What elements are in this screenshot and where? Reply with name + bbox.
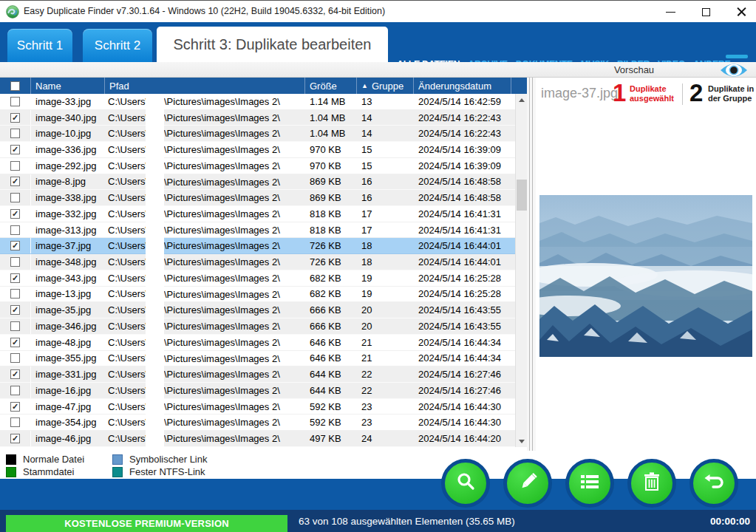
checkbox-unchecked-icon[interactable] <box>10 193 20 202</box>
group-number-cell: 19 <box>357 270 414 286</box>
checkbox-unchecked-icon[interactable] <box>10 417 20 427</box>
panel-splitter[interactable] <box>527 78 536 451</box>
table-row[interactable]: image-355.jpgC:\Users\\Pictures\images\I… <box>0 351 527 367</box>
table-row[interactable]: image-336.jpgC:\Users\\Pictures\images\I… <box>0 142 527 158</box>
path-prefix: C:\Users\ <box>108 273 148 284</box>
modified-date-cell: 2024/5/14 16:44:30 <box>414 399 511 415</box>
file-size-cell: 1.04 MB <box>305 110 357 126</box>
maximize-button[interactable] <box>689 1 722 23</box>
group-number-cell: 22 <box>357 366 414 382</box>
table-row[interactable]: image-292.jpgC:\Users\\Pictures\images\I… <box>0 158 527 174</box>
table-row[interactable]: image-13.jpgC:\Users\\Pictures\images\Im… <box>0 287 527 303</box>
scroll-up-button[interactable] <box>516 94 528 106</box>
file-path-cell: C:\Users\\Pictures\images\Images 2\ <box>105 126 305 141</box>
table-row[interactable]: image-37.jpgC:\Users\\Pictures\images\Im… <box>0 238 527 254</box>
checkbox-unchecked-icon[interactable] <box>10 225 20 235</box>
eye-icon[interactable] <box>720 63 748 78</box>
checkbox-unchecked-icon[interactable] <box>10 129 20 138</box>
checkbox-checked-icon[interactable] <box>10 402 20 412</box>
group-number-cell: 21 <box>357 351 414 366</box>
file-path-cell: C:\Users\\Pictures\images\Images 2\ <box>105 431 305 446</box>
list-bullets-icon <box>579 471 601 496</box>
column-header-group[interactable]: ▲ Gruppe <box>357 78 414 94</box>
checkbox-unchecked-icon[interactable] <box>10 161 20 171</box>
select-all-checkbox[interactable] <box>0 78 31 94</box>
checkbox-checked-icon[interactable] <box>10 369 20 379</box>
path-suffix: \Pictures\images\Images 2\ <box>164 335 280 350</box>
file-name-cell: image-46.jpg <box>31 431 105 446</box>
modified-date-cell: 2024/5/14 16:44:20 <box>414 431 511 446</box>
checkbox-checked-icon[interactable] <box>10 241 20 250</box>
checkbox-checked-icon[interactable] <box>10 145 20 154</box>
tab-schritt-1[interactable]: Schritt 1 <box>7 29 72 62</box>
table-row[interactable]: image-338.jpgC:\Users\\Pictures\images\I… <box>0 190 527 206</box>
table-row[interactable]: image-47.jpgC:\Users\\Pictures\images\Im… <box>0 399 527 415</box>
tab-schritt-3-active[interactable]: Schritt 3: Duplikate bearbeiten <box>157 27 388 62</box>
tab-schritt-2[interactable]: Schritt 2 <box>83 29 152 62</box>
table-row[interactable]: image-313.jpgC:\Users\\Pictures\images\I… <box>0 222 527 239</box>
checkbox-checked-icon[interactable] <box>10 177 20 186</box>
file-size-cell: 644 KB <box>305 366 357 382</box>
file-size-cell: 646 KB <box>305 351 357 366</box>
table-row[interactable]: image-48.jpgC:\Users\\Pictures\images\Im… <box>0 335 527 351</box>
close-button[interactable] <box>725 1 756 23</box>
file-path-cell: C:\Users\\Pictures\images\Images 2\ <box>105 238 305 253</box>
table-row[interactable]: image-348.jpgC:\Users\\Pictures\images\I… <box>0 254 527 270</box>
row-checkbox-cell <box>0 366 31 382</box>
checkbox-unchecked-icon[interactable] <box>10 321 20 331</box>
table-row[interactable]: image-10.jpgC:\Users\\Pictures\images\Im… <box>0 126 527 142</box>
column-header-name[interactable]: Name <box>31 78 105 94</box>
checkbox-unchecked-icon[interactable] <box>10 353 20 363</box>
column-header-modified[interactable]: Änderungsdatum <box>414 78 511 94</box>
table-row[interactable]: image-46.jpgC:\Users\\Pictures\images\Im… <box>0 431 527 447</box>
row-checkbox-cell <box>0 335 31 350</box>
checkbox-unchecked-icon[interactable] <box>10 289 20 299</box>
checkbox-unchecked-icon[interactable] <box>10 257 20 267</box>
table-scrollbar[interactable] <box>515 94 527 447</box>
sort-ascending-icon: ▲ <box>361 82 368 89</box>
table-row[interactable]: image-33.jpgC:\Users\\Pictures\images\Im… <box>0 94 527 110</box>
search-button[interactable] <box>441 459 490 508</box>
checkbox-checked-icon[interactable] <box>10 113 20 123</box>
table-row[interactable]: image-8.jpgC:\Users\\Pictures\images\Ima… <box>0 174 527 191</box>
table-row[interactable]: image-346.jpgC:\Users\\Pictures\images\I… <box>0 318 527 335</box>
checkbox-checked-icon[interactable] <box>10 273 20 283</box>
table-row[interactable]: image-343.jpgC:\Users\\Pictures\images\I… <box>0 270 527 287</box>
checkbox-checked-icon[interactable] <box>10 434 20 443</box>
checkbox-checked-icon[interactable] <box>10 305 20 315</box>
row-checkbox-cell <box>0 318 31 334</box>
file-size-cell: 497 KB <box>305 431 357 446</box>
checkbox-unchecked-icon[interactable] <box>10 97 20 106</box>
undo-button[interactable] <box>689 459 738 508</box>
checkbox-unchecked-icon[interactable] <box>10 386 20 395</box>
table-row[interactable]: image-340.jpgC:\Users\\Pictures\images\I… <box>0 110 527 126</box>
file-name-cell: image-355.jpg <box>31 351 105 366</box>
checkbox-checked-icon[interactable] <box>10 209 20 219</box>
premium-version-badge[interactable]: KOSTENLOSE PREMIUM-VERSION <box>6 515 287 532</box>
file-path-cell: C:\Users\\Pictures\images\Images 2\ <box>105 366 305 382</box>
modified-date-cell: 2024/5/14 16:41:31 <box>414 222 511 238</box>
column-header-size[interactable]: Größe <box>305 78 357 94</box>
table-row[interactable]: image-332.jpgC:\Users\\Pictures\images\I… <box>0 206 527 222</box>
minimize-button[interactable] <box>654 1 687 23</box>
delete-button[interactable] <box>627 459 676 508</box>
scroll-down-button[interactable] <box>516 435 528 447</box>
edit-button[interactable] <box>503 459 552 508</box>
list-button[interactable] <box>565 459 614 508</box>
file-name-cell: image-331.jpg <box>31 366 105 382</box>
path-suffix: \Pictures\images\Images 2\ <box>164 318 280 334</box>
path-suffix: \Pictures\images\Images 2\ <box>164 94 280 109</box>
row-checkbox-cell <box>0 158 31 174</box>
checkbox-checked-icon[interactable] <box>10 338 20 347</box>
column-header-path[interactable]: Pfad <box>105 78 305 94</box>
file-path-cell: C:\Users\\Pictures\images\Images 2\ <box>105 287 305 302</box>
table-row[interactable]: image-331.jpgC:\Users\\Pictures\images\I… <box>0 366 527 383</box>
path-prefix: C:\Users\ <box>108 401 148 412</box>
table-row[interactable]: image-35.jpgC:\Users\\Pictures\images\Im… <box>0 302 527 318</box>
table-header-row: Name Pfad Größe ▲ Gruppe Änderungsdatum <box>0 78 527 94</box>
path-prefix: C:\Users\ <box>108 160 148 171</box>
scrollbar-thumb[interactable] <box>517 180 527 211</box>
table-row[interactable]: image-16.jpgC:\Users\\Pictures\images\Im… <box>0 383 527 399</box>
table-row[interactable]: image-354.jpgC:\Users\\Pictures\images\I… <box>0 415 527 431</box>
modified-date-cell: 2024/5/14 16:44:34 <box>414 335 511 350</box>
